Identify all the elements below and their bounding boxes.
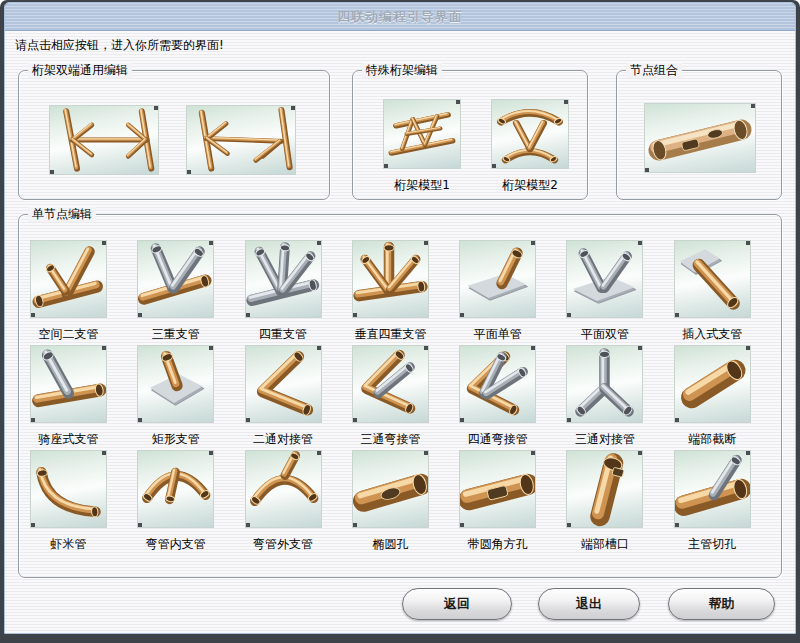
truss-model-1-button[interactable] — [383, 99, 461, 169]
instruction-text: 请点击相应按钮，进入你所需要的界面! — [15, 37, 224, 54]
single-node-plane-single-pipe-button[interactable] — [459, 240, 536, 318]
truss-end-1-icon — [49, 105, 159, 175]
single-node-cell: 椭圆孔 — [352, 450, 429, 555]
single-node-cell: 四通弯接管 — [459, 345, 536, 450]
single-node-rounded-square-hole-button[interactable] — [459, 450, 536, 528]
single-node-branch-quad-button[interactable] — [245, 240, 322, 318]
single-node-cell: 平面双管 — [566, 240, 643, 345]
rounded-square-hole-icon — [459, 450, 536, 528]
branch-quad-label: 四重支管 — [259, 326, 307, 343]
end-notch-icon — [566, 450, 643, 528]
single-node-cell: 四重支管 — [245, 240, 322, 345]
single-node-tee-3-way-button[interactable] — [566, 345, 643, 423]
plane-double-pipe-icon — [566, 240, 643, 318]
single-node-end-truncate-button[interactable] — [674, 345, 751, 423]
truss-end-2-icon — [186, 105, 296, 175]
single-node-shrimp-bend-button[interactable] — [30, 450, 107, 528]
single-node-branch-quad-vertical-button[interactable] — [352, 240, 429, 318]
single-node-cell: 端部截断 — [674, 345, 751, 450]
truss-model-1-label: 桁架模型1 — [394, 177, 450, 194]
single-node-cell: 虾米管 — [30, 450, 107, 555]
branch-quad-icon — [245, 240, 322, 318]
branch-space-2-icon — [30, 240, 107, 318]
single-node-cell: 带圆角方孔 — [459, 450, 536, 555]
single-node-cell: 端部槽口 — [566, 450, 643, 555]
single-node-plane-double-pipe-button[interactable] — [566, 240, 643, 318]
single-node-end-notch-button[interactable] — [566, 450, 643, 528]
branch-space-2-label: 空间二支管 — [39, 326, 99, 343]
node-combination-button[interactable] — [644, 103, 756, 173]
group-node-combo: 节点组合 — [616, 70, 782, 200]
group-truss-general-title: 桁架双端通用编辑 — [28, 63, 132, 78]
single-node-cell: 平面单管 — [459, 240, 536, 345]
single-node-cell: 骑座式支管 — [30, 345, 107, 450]
single-node-main-pipe-cut-hole-button[interactable] — [674, 450, 751, 528]
single-node-branch-triple-button[interactable] — [137, 240, 214, 318]
single-node-branch-rect-button[interactable] — [137, 345, 214, 423]
truss-model-1-icon — [383, 99, 461, 169]
group-truss-special: 特殊桁架编辑 桁架模型1 桁架模型2 — [352, 70, 588, 200]
branch-insert-label: 插入式支管 — [682, 326, 742, 343]
title-bar[interactable]: 四联动编程引导界面 — [5, 3, 795, 31]
oval-hole-icon — [352, 450, 429, 528]
single-node-elbow-4-way-button[interactable] — [459, 345, 536, 423]
window-frame: 四联动编程引导界面 请点击相应按钮，进入你所需要的界面! 桁架双端通用编辑 特殊… — [0, 0, 800, 643]
single-node-cell: 主管切孔 — [674, 450, 751, 555]
window-title: 四联动编程引导界面 — [337, 8, 463, 26]
plane-double-pipe-label: 平面双管 — [581, 326, 629, 343]
end-truncate-label: 端部截断 — [688, 431, 736, 448]
back-button[interactable]: 返回 — [402, 588, 512, 620]
single-node-cell: 弯管内支管 — [137, 450, 214, 555]
group-truss-general: 桁架双端通用编辑 — [18, 70, 330, 200]
truss-model-2-icon — [491, 99, 569, 169]
single-node-bend-inner-branch-button[interactable] — [137, 450, 214, 528]
rounded-square-hole-label: 带圆角方孔 — [468, 536, 528, 553]
end-notch-label: 端部槽口 — [581, 536, 629, 553]
truss-general-items — [49, 105, 296, 175]
branch-rect-label: 矩形支管 — [152, 431, 200, 448]
tee-3-way-icon — [566, 345, 643, 423]
single-node-branch-saddle-button[interactable] — [30, 345, 107, 423]
bend-outer-branch-icon — [245, 450, 322, 528]
node-combo-items — [644, 103, 756, 173]
bend-outer-branch-label: 弯管外支管 — [253, 536, 313, 553]
single-node-oval-hole-button[interactable] — [352, 450, 429, 528]
elbow-3-way-icon — [352, 345, 429, 423]
single-node-cell: 矩形支管 — [137, 345, 214, 450]
plane-single-pipe-icon — [459, 240, 536, 318]
single-node-branch-space-2-button[interactable] — [30, 240, 107, 318]
single-node-cell: 空间二支管 — [30, 240, 107, 345]
dialog-body: 请点击相应按钮，进入你所需要的界面! 桁架双端通用编辑 特殊桁架编辑 — [5, 31, 795, 633]
truss-general-model-2-button[interactable] — [186, 105, 296, 175]
branch-rect-icon — [137, 345, 214, 423]
group-single-node-title: 单节点编辑 — [28, 207, 96, 222]
single-node-cell: 三重支管 — [137, 240, 214, 345]
single-node-branch-insert-button[interactable] — [674, 240, 751, 318]
single-node-cell: 三通弯接管 — [352, 345, 429, 450]
end-truncate-icon — [674, 345, 751, 423]
single-node-cell: 三通对接管 — [566, 345, 643, 450]
bend-inner-branch-icon — [137, 450, 214, 528]
tee-3-way-label: 三通对接管 — [575, 431, 635, 448]
plane-single-pipe-label: 平面单管 — [474, 326, 522, 343]
group-truss-special-title: 特殊桁架编辑 — [362, 63, 442, 78]
single-node-elbow-2-way-button[interactable] — [245, 345, 322, 423]
help-button[interactable]: 帮助 — [668, 588, 775, 620]
oval-hole-label: 椭圆孔 — [372, 536, 408, 553]
single-node-cell: 弯管外支管 — [245, 450, 322, 555]
group-node-combo-title: 节点组合 — [626, 63, 682, 78]
exit-button[interactable]: 退出 — [538, 588, 640, 620]
truss-model-2-button[interactable] — [491, 99, 569, 169]
single-node-grid: 空间二支管 三重支管 四重支管 垂直四重支管 平面单管 平面双管 — [30, 240, 781, 555]
single-node-elbow-3-way-button[interactable] — [352, 345, 429, 423]
truss-general-model-1-button[interactable] — [49, 105, 159, 175]
single-node-bend-outer-branch-button[interactable] — [245, 450, 322, 528]
branch-quad-vertical-label: 垂直四重支管 — [354, 326, 426, 343]
elbow-4-way-icon — [459, 345, 536, 423]
node-combination-icon — [644, 103, 756, 173]
branch-triple-label: 三重支管 — [152, 326, 200, 343]
elbow-2-way-label: 二通对接管 — [253, 431, 313, 448]
shrimp-bend-label: 虾米管 — [51, 536, 87, 553]
elbow-3-way-label: 三通弯接管 — [360, 431, 420, 448]
branch-triple-icon — [137, 240, 214, 318]
